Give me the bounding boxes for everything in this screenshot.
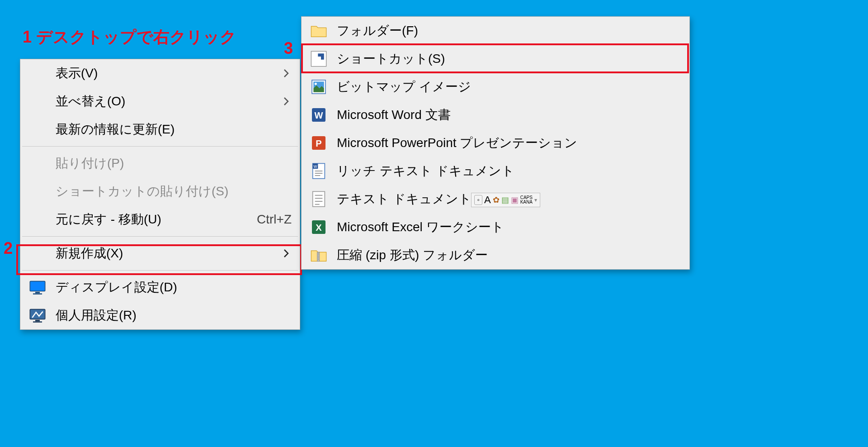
annotation-step1: 1 デスクトップで右クリック <box>23 26 236 48</box>
submenu-item-rtf[interactable]: W リッチ テキスト ドキュメント <box>302 157 689 185</box>
menu-item-paste: 貼り付け(P) <box>20 149 300 177</box>
menu-label: Microsoft Excel ワークシート <box>337 219 681 236</box>
menu-label: ショートカット(S) <box>337 50 681 67</box>
menu-label: リッチ テキスト ドキュメント <box>337 162 681 180</box>
zip-icon <box>310 246 337 264</box>
menu-label: 新規作成(X) <box>56 245 263 262</box>
menu-label: Microsoft Word 文書 <box>337 106 681 124</box>
folder-icon <box>310 22 337 40</box>
annotation-step2: 2 <box>4 239 13 258</box>
menu-item-new[interactable]: 新規作成(X) <box>20 239 300 267</box>
submenu-item-word[interactable]: W Microsoft Word 文書 <box>302 101 689 129</box>
svg-rect-1 <box>35 292 40 293</box>
submenu-item-excel[interactable]: X Microsoft Excel ワークシート <box>302 213 689 241</box>
chevron-right-icon <box>281 96 292 107</box>
svg-text:P: P <box>316 138 321 148</box>
menu-label: 貼り付け(P) <box>56 155 292 172</box>
menu-item-personalize[interactable]: 個人用設定(R) <box>20 301 300 329</box>
shortcut-label: Ctrl+Z <box>257 212 292 227</box>
svg-point-9 <box>315 83 317 85</box>
svg-text:W: W <box>314 164 317 169</box>
svg-rect-0 <box>30 281 45 291</box>
ime-pin-icon[interactable]: ◦ <box>474 195 482 205</box>
svg-rect-5 <box>33 321 42 323</box>
ime-caps-kana[interactable]: CAPS KANA <box>520 195 533 204</box>
desktop-context-menu: 表示(V) 並べ替え(O) 最新の情報に更新(E) 貼り付け(P) ショートカッ… <box>20 59 300 330</box>
menu-label: 表示(V) <box>56 65 263 82</box>
ime-toolbar[interactable]: ◦ A ✿ ▤ ▣ CAPS KANA ▾ <box>471 193 540 207</box>
chevron-right-icon <box>281 248 292 259</box>
word-icon: W <box>310 106 337 124</box>
svg-text:W: W <box>315 110 323 120</box>
submenu-item-zip[interactable]: 圧縮 (zip 形式) フォルダー <box>302 241 689 269</box>
excel-icon: X <box>310 218 337 236</box>
bitmap-icon <box>310 78 337 96</box>
menu-label: 圧縮 (zip 形式) フォルダー <box>337 247 681 264</box>
powerpoint-icon: P <box>310 134 337 152</box>
menu-label: ショートカットの貼り付け(S) <box>56 183 292 200</box>
menu-item-view[interactable]: 表示(V) <box>20 59 300 87</box>
ime-dropdown-icon[interactable]: ▾ <box>534 197 537 203</box>
annotation-step3: 3 <box>284 39 293 58</box>
svg-rect-4 <box>35 320 40 321</box>
submenu-item-bitmap[interactable]: ビットマップ イメージ <box>302 73 689 101</box>
menu-label: 最新の情報に更新(E) <box>56 121 292 138</box>
svg-text:X: X <box>316 223 322 233</box>
menu-item-sort[interactable]: 並べ替え(O) <box>20 87 300 115</box>
ime-dict-icon[interactable]: ▣ <box>511 195 519 205</box>
menu-label: ディスプレイ設定(D) <box>56 279 292 296</box>
menu-label: 個人用設定(R) <box>56 307 292 324</box>
submenu-item-folder[interactable]: フォルダー(F) <box>302 17 689 45</box>
menu-item-display-settings[interactable]: ディスプレイ設定(D) <box>20 273 300 301</box>
menu-item-paste-shortcut: ショートカットの貼り付け(S) <box>20 177 300 205</box>
chevron-right-icon <box>281 68 292 79</box>
svg-rect-2 <box>33 293 42 295</box>
menu-item-undo[interactable]: 元に戻す - 移動(U) Ctrl+Z <box>20 205 300 233</box>
new-submenu: フォルダー(F) ショートカット(S) ビットマップ イメージ W Micros… <box>301 16 690 270</box>
text-icon <box>310 190 337 208</box>
ime-tool-icon[interactable]: ✿ <box>493 195 500 205</box>
menu-label: Microsoft PowerPoint プレゼンテーション <box>337 134 681 152</box>
menu-item-refresh[interactable]: 最新の情報に更新(E) <box>20 115 300 143</box>
menu-label: 並べ替え(O) <box>56 93 263 110</box>
menu-separator <box>22 146 298 147</box>
submenu-item-shortcut[interactable]: ショートカット(S) <box>302 45 689 73</box>
menu-label: 元に戻す - 移動(U) <box>56 211 239 228</box>
submenu-item-powerpoint[interactable]: P Microsoft PowerPoint プレゼンテーション <box>302 129 689 157</box>
menu-label: フォルダー(F) <box>337 22 681 39</box>
rtf-icon: W <box>310 162 337 180</box>
menu-label: ビットマップ イメージ <box>337 78 681 95</box>
ime-pad-icon[interactable]: ▤ <box>501 195 509 205</box>
shortcut-icon <box>310 50 337 68</box>
ime-mode-a[interactable]: A <box>484 194 491 206</box>
menu-separator <box>22 270 298 271</box>
personalize-icon <box>28 306 56 324</box>
display-icon <box>28 278 56 296</box>
menu-separator <box>22 236 298 237</box>
